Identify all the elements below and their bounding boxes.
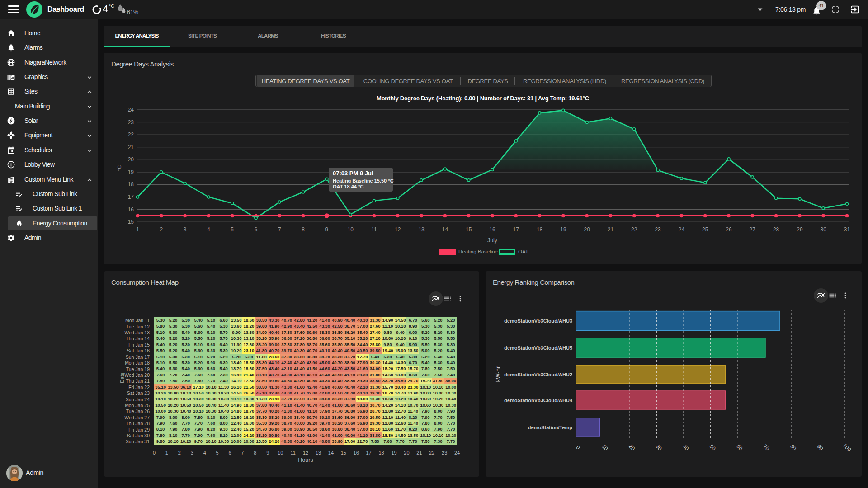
svg-text:22: 22 <box>631 226 637 233</box>
svg-text:14: 14 <box>442 226 448 233</box>
svg-text:25: 25 <box>702 226 708 233</box>
svg-text:19: 19 <box>560 226 566 233</box>
svg-text:24: 24 <box>679 226 685 233</box>
svg-text:20: 20 <box>627 443 637 452</box>
svg-text:31: 31 <box>844 226 850 233</box>
svg-text:24: 24 <box>128 107 134 113</box>
svg-text:demoStationVb3Cloud/AHU5: demoStationVb3Cloud/AHU5 <box>504 345 572 351</box>
svg-text:13: 13 <box>418 226 425 233</box>
svg-text:26: 26 <box>726 226 732 233</box>
svg-text:1: 1 <box>136 226 139 233</box>
svg-text:8: 8 <box>302 226 305 233</box>
svg-text:20: 20 <box>128 156 134 163</box>
svg-text:28: 28 <box>773 226 779 233</box>
svg-text:19: 19 <box>128 169 134 175</box>
svg-text:30: 30 <box>821 226 827 233</box>
svg-text:demoStationVb3Cloud/AHU2: demoStationVb3Cloud/AHU2 <box>504 372 572 377</box>
svg-text:10: 10 <box>348 226 354 233</box>
svg-text:10: 10 <box>601 443 610 452</box>
svg-text:22: 22 <box>128 131 134 138</box>
svg-text:16: 16 <box>128 206 134 213</box>
svg-text:3: 3 <box>184 226 187 233</box>
svg-text:23: 23 <box>128 119 134 126</box>
svg-text:70: 70 <box>762 443 771 452</box>
svg-text:kW-hr: kW-hr <box>495 366 501 382</box>
svg-text:80: 80 <box>789 443 798 452</box>
svg-text:50: 50 <box>708 443 717 452</box>
svg-text:0: 0 <box>575 444 581 451</box>
svg-text:21: 21 <box>608 226 614 233</box>
svg-text:demoStationVb3Cloud/AHU4: demoStationVb3Cloud/AHU4 <box>504 398 573 403</box>
svg-text:6: 6 <box>255 226 258 233</box>
svg-text:5: 5 <box>231 226 234 233</box>
svg-text:90: 90 <box>816 443 825 452</box>
svg-text:30: 30 <box>655 443 664 452</box>
svg-text:15: 15 <box>128 219 134 225</box>
svg-text:11: 11 <box>371 226 377 233</box>
svg-text:60: 60 <box>735 443 744 452</box>
svg-text:40: 40 <box>681 443 690 452</box>
svg-text:21: 21 <box>128 144 134 150</box>
svg-text:12: 12 <box>395 226 401 233</box>
svg-text:27: 27 <box>750 226 756 233</box>
svg-text:17: 17 <box>513 226 519 233</box>
svg-text:°C: °C <box>117 165 122 171</box>
svg-text:18: 18 <box>537 226 543 233</box>
svg-text:4: 4 <box>207 226 210 233</box>
svg-text:2: 2 <box>160 226 163 233</box>
svg-text:demoStationVb3Cloud/AHU3: demoStationVb3Cloud/AHU3 <box>504 318 572 324</box>
svg-text:16: 16 <box>489 226 495 233</box>
svg-text:17: 17 <box>128 194 134 200</box>
svg-text:demoStation/Temp: demoStation/Temp <box>528 425 572 430</box>
svg-text:18: 18 <box>128 181 134 188</box>
svg-text:July: July <box>487 237 498 244</box>
svg-text:15: 15 <box>466 226 472 233</box>
svg-text:29: 29 <box>797 226 803 233</box>
svg-text:20: 20 <box>584 226 590 233</box>
svg-text:7: 7 <box>278 226 281 233</box>
svg-text:100: 100 <box>842 442 853 453</box>
svg-text:23: 23 <box>655 226 661 233</box>
svg-text:9: 9 <box>326 226 329 233</box>
